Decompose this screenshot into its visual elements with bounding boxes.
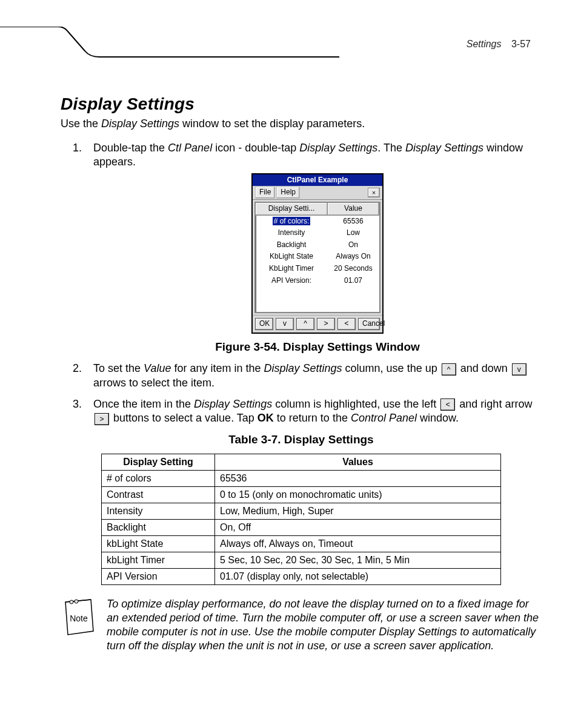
list-row[interactable]: BacklightOn xyxy=(256,239,379,251)
svg-point-0 xyxy=(70,600,73,604)
table-row: API Version 01.07 (display only, not sel… xyxy=(102,568,501,584)
table-row: Contrast0 to 15 (only on monochromatic u… xyxy=(102,486,501,503)
running-header: Settings 3-57 xyxy=(467,39,531,50)
list-header-col1: Display Setti... xyxy=(256,203,328,215)
list-row[interactable]: API Version:01.07 xyxy=(256,275,379,287)
svg-text:Note: Note xyxy=(70,614,88,623)
note-icon: Note xyxy=(61,597,96,641)
list-cell-label: Intensity xyxy=(256,227,327,239)
list-header-col2: Value xyxy=(328,203,379,215)
note-block: Note To optimize display performance, do… xyxy=(61,597,542,653)
table-cell-values: 5 Sec, 10 Sec, 20 Sec, 30 Sec, 1 Min, 5 … xyxy=(215,552,501,568)
list-cell-label: API Version: xyxy=(256,275,327,287)
steps-list: Double-tap the Ctl Panel icon - double-t… xyxy=(85,141,542,426)
table-cell-setting: Backlight xyxy=(102,519,215,535)
window-close-button[interactable]: × xyxy=(368,188,380,197)
list-row[interactable]: KbLight Timer20 Seconds xyxy=(256,263,379,275)
list-cell-label: # of colors: xyxy=(256,216,327,228)
table-cell-values: Always off, Always on, Timeout xyxy=(215,535,501,552)
list-cell-value: 65536 xyxy=(327,216,379,228)
list-row[interactable]: KbLight StateAlways On xyxy=(256,251,379,263)
list-cell-value: On xyxy=(327,239,379,251)
menu-file[interactable]: File xyxy=(255,187,275,199)
table-cell-values: 01.07 (display only, not selectable) xyxy=(215,568,501,584)
table-row: kbLight Timer5 Sec, 10 Sec, 20 Sec, 30 S… xyxy=(102,552,501,568)
table-cell-setting: kbLight State xyxy=(102,535,215,552)
table-cell-values: 0 to 15 (only on monochromatic units) xyxy=(215,486,501,503)
right-key-icon: > xyxy=(95,413,109,425)
window-menubar: File Help × xyxy=(253,186,382,200)
down-key-icon: v xyxy=(512,363,527,376)
menu-help[interactable]: Help xyxy=(276,187,300,199)
left-button[interactable]: < xyxy=(337,318,356,330)
table-cell-setting: Contrast xyxy=(102,486,215,503)
lead-paragraph: Use the Display Settings window to set t… xyxy=(61,117,542,130)
running-header-label: Settings xyxy=(467,39,502,49)
section-heading: Display Settings xyxy=(61,94,542,114)
left-key-icon: < xyxy=(440,399,455,411)
display-settings-table: Display Setting Values # of colors65536C… xyxy=(101,454,501,585)
step-1: Double-tap the Ctl Panel icon - double-t… xyxy=(85,141,542,354)
list-cell-value: 01.07 xyxy=(327,275,379,287)
table-cell-values: 65536 xyxy=(215,470,501,486)
window-button-bar: OK v ^ > < Cancel xyxy=(253,315,382,333)
table-cell-values: Low, Medium, High, Super xyxy=(215,503,501,519)
table-cell-setting: kbLight Timer xyxy=(102,552,215,568)
table-row: BacklightOn, Off xyxy=(102,519,501,535)
list-header: Display Setti... Value xyxy=(256,203,379,216)
list-cell-label: Backlight xyxy=(256,239,327,251)
cancel-button[interactable]: Cancel xyxy=(358,318,380,330)
running-header-page: 3-57 xyxy=(511,39,531,49)
table-cell-setting: # of colors xyxy=(102,470,215,486)
settings-listview[interactable]: Display Setti... Value # of colors:65536… xyxy=(254,202,380,313)
table-header-setting: Display Setting xyxy=(102,454,215,470)
up-key-icon: ^ xyxy=(442,363,456,376)
list-cell-value: Always On xyxy=(327,251,379,263)
list-cell-label: KbLight State xyxy=(256,251,327,263)
window-titlebar: CtlPanel Example xyxy=(253,174,382,187)
table-row: # of colors65536 xyxy=(102,470,501,486)
list-row[interactable]: IntensityLow xyxy=(256,227,379,239)
table-cell-values: On, Off xyxy=(215,519,501,535)
ctlpanel-window: CtlPanel Example File Help × Display Set… xyxy=(251,173,384,334)
step-3: Once the item in the Display Settings co… xyxy=(85,397,542,426)
table-cell-setting: API Version xyxy=(102,568,215,584)
down-button[interactable]: v xyxy=(276,318,294,330)
list-cell-value: 20 Seconds xyxy=(327,263,379,275)
table-caption: Table 3-7. Display Settings xyxy=(61,433,542,446)
svg-point-1 xyxy=(75,600,78,603)
figure-display-settings-window: CtlPanel Example File Help × Display Set… xyxy=(93,173,542,334)
step-2: To set the Value for any item in the Dis… xyxy=(85,362,542,390)
list-cell-label: KbLight Timer xyxy=(256,263,327,275)
table-cell-setting: Intensity xyxy=(102,503,215,519)
right-button[interactable]: > xyxy=(317,318,335,330)
note-text: To optimize display performance, do not … xyxy=(107,597,542,653)
up-button[interactable]: ^ xyxy=(296,318,314,330)
ok-button[interactable]: OK xyxy=(255,318,273,330)
figure-caption: Figure 3-54. Display Settings Window xyxy=(93,340,542,355)
table-row: IntensityLow, Medium, High, Super xyxy=(102,503,501,519)
page: Settings 3-57 Display Settings Use the D… xyxy=(0,0,578,728)
table-header-values: Values xyxy=(215,454,501,470)
list-cell-value: Low xyxy=(327,227,379,239)
list-row[interactable]: # of colors:65536 xyxy=(256,216,379,228)
table-row: kbLight StateAlways off, Always on, Time… xyxy=(102,535,501,552)
